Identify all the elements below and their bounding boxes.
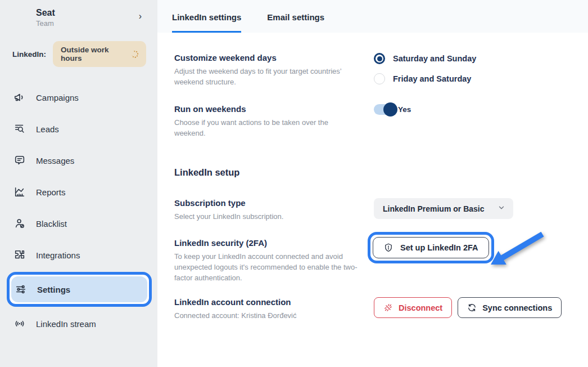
- seat-subtitle: Team: [36, 19, 55, 28]
- user-block-icon: [13, 217, 26, 230]
- chat-icon: [13, 154, 26, 167]
- chevron-right-icon[interactable]: ›: [139, 11, 142, 21]
- linkedin-setup-heading: LinkedIn setup: [174, 167, 571, 178]
- radio-label: Saturday and Sunday: [393, 54, 476, 63]
- disconnect-button[interactable]: Disconnect: [374, 297, 452, 318]
- setup-2fa-label: Set up LinkedIn 2FA: [400, 243, 478, 252]
- sidebar-item-campaigns[interactable]: Campaigns: [0, 82, 157, 113]
- connection-description: Connected account: Kristina Đorđević: [174, 311, 360, 321]
- weekend-days-title: Customize weekend days: [174, 53, 374, 62]
- sidebar-item-label: Campaigns: [36, 93, 79, 102]
- seat-title: Seat: [36, 8, 55, 18]
- run-on-weekends-toggle[interactable]: [374, 104, 396, 115]
- sidebar-item-reports[interactable]: Reports: [0, 176, 157, 208]
- sidebar-item-leads[interactable]: Leads: [0, 113, 157, 145]
- sidebar-item-label: Leads: [36, 124, 59, 134]
- connection-row: LinkedIn account connection Connected ac…: [174, 297, 571, 321]
- sidebar-item-label: Blacklist: [36, 219, 67, 229]
- settings-highlight-annotation: Settings: [7, 272, 152, 307]
- toggle-label: Yes: [398, 105, 411, 114]
- disconnect-label: Disconnect: [399, 303, 442, 312]
- sidebar-item-label: Integrations: [36, 250, 80, 260]
- sidebar-item-label: Messages: [36, 156, 74, 165]
- settings-content: Customize weekend days Adjust the weeken…: [157, 33, 588, 344]
- toggle-knob: [383, 102, 397, 117]
- sliders-icon: [15, 283, 27, 296]
- sidebar-item-messages[interactable]: Messages: [0, 145, 157, 176]
- subscription-description: Select your LinkedIn subscription.: [174, 212, 360, 222]
- radio-saturday-sunday[interactable]: Saturday and Sunday: [374, 53, 571, 64]
- tab-bar: LinkedIn settings Email settings: [157, 0, 588, 33]
- sync-connections-button[interactable]: Sync connections: [458, 297, 562, 318]
- security-title: LinkedIn security (2FA): [174, 238, 374, 248]
- linkedin-status-row: LinkedIn: Outside work hours: [0, 41, 157, 67]
- shield-icon: [383, 243, 393, 253]
- setup-2fa-highlight-annotation: Set up LinkedIn 2FA: [368, 232, 494, 263]
- spinner-icon: [130, 50, 140, 59]
- leads-search-icon: [13, 123, 26, 135]
- status-badge[interactable]: Outside work hours: [53, 41, 146, 67]
- run-on-weekends-title: Run on weekends: [174, 104, 374, 114]
- weekend-days-row: Customize weekend days Adjust the weeken…: [174, 53, 571, 104]
- subscription-title: Subscription type: [174, 198, 374, 208]
- radio-friday-saturday[interactable]: Friday and Saturday: [374, 73, 571, 84]
- chevron-down-icon: [497, 204, 505, 213]
- sync-connections-label: Sync connections: [482, 303, 552, 312]
- sidebar-item-settings[interactable]: Settings: [11, 276, 147, 302]
- subscription-dropdown[interactable]: LinkedIn Premium or Basic: [374, 198, 513, 219]
- tab-linkedin-settings[interactable]: LinkedIn settings: [172, 0, 241, 33]
- weekend-days-options: Saturday and Sunday Friday and Saturday: [374, 53, 571, 104]
- run-on-weekends-description: Choose if you want actions to be taken o…: [174, 118, 360, 139]
- sidebar-item-blacklist[interactable]: Blacklist: [0, 208, 157, 239]
- run-on-weekends-row: Run on weekends Choose if you want actio…: [174, 104, 571, 144]
- setup-2fa-button[interactable]: Set up LinkedIn 2FA: [373, 237, 489, 258]
- puzzle-icon: [13, 249, 26, 261]
- linkedin-status-label: LinkedIn:: [12, 50, 46, 59]
- tab-email-settings[interactable]: Email settings: [267, 0, 324, 33]
- radio-unselected-icon[interactable]: [374, 73, 385, 84]
- broadcast-icon: [13, 317, 26, 330]
- chart-icon: [13, 186, 26, 198]
- sidebar: Seat Team › LinkedIn: Outside work hours…: [0, 0, 157, 367]
- sidebar-item-label: Settings: [37, 285, 70, 294]
- seat-info: Seat Team: [36, 8, 55, 28]
- status-badge-text: Outside work hours: [61, 46, 126, 62]
- megaphone-icon: [13, 91, 26, 104]
- radio-label: Friday and Saturday: [393, 74, 471, 83]
- unlink-icon: [383, 303, 393, 312]
- connection-title: LinkedIn account connection: [174, 297, 374, 307]
- weekend-days-description: Adjust the weekend days to fit your targ…: [174, 66, 360, 88]
- sidebar-item-label: Reports: [36, 187, 66, 197]
- seat-header[interactable]: Seat Team ›: [0, 6, 157, 28]
- subscription-selected-value: LinkedIn Premium or Basic: [383, 204, 485, 213]
- radio-selected-icon[interactable]: [374, 53, 385, 64]
- sidebar-nav: Campaigns Leads Messages: [0, 82, 157, 339]
- sidebar-item-integrations[interactable]: Integrations: [0, 239, 157, 271]
- sync-icon: [467, 303, 477, 312]
- security-description: To keep your LinkedIn account connected …: [174, 252, 360, 284]
- sidebar-item-label: LinkedIn stream: [36, 319, 96, 329]
- sidebar-item-linkedin-stream[interactable]: LinkedIn stream: [0, 308, 157, 339]
- main-panel: LinkedIn settings Email settings Customi…: [157, 0, 588, 367]
- security-row: LinkedIn security (2FA) To keep your Lin…: [174, 238, 571, 297]
